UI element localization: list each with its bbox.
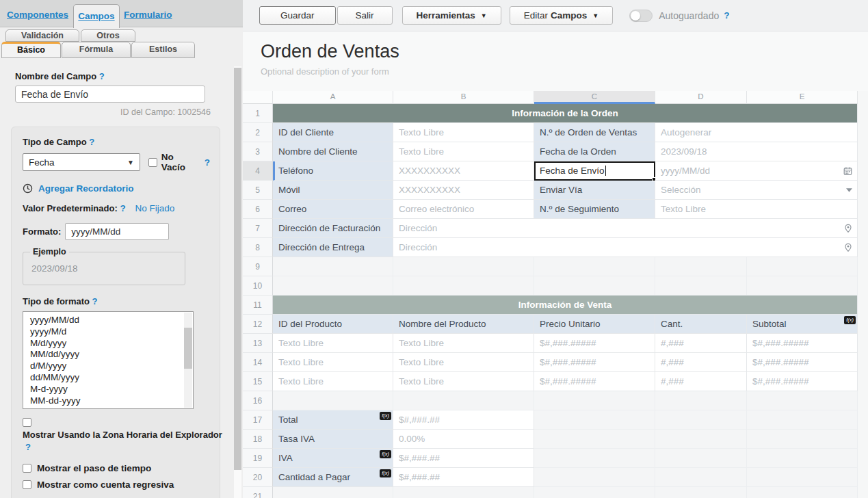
timezone-checkbox[interactable] xyxy=(23,418,31,427)
cell-B20[interactable]: $#,###.## xyxy=(393,468,534,487)
listbox-scrollbar-thumb[interactable] xyxy=(184,328,192,369)
time-passed-checkbox[interactable] xyxy=(23,464,31,473)
cell-A10[interactable] xyxy=(273,276,393,296)
row-header-7[interactable]: 7 xyxy=(243,219,273,238)
cell-B10[interactable] xyxy=(393,276,534,296)
formula-icon[interactable]: f(x) xyxy=(844,316,856,324)
cell-C13[interactable]: $#,###.##### xyxy=(534,334,655,353)
row-header-17[interactable]: 17 xyxy=(243,410,273,430)
form-description[interactable]: Optional description of your form xyxy=(261,66,868,77)
formula-icon[interactable]: f(x) xyxy=(380,469,391,477)
row-header-11[interactable]: 11 xyxy=(243,296,273,315)
not-empty-checkbox[interactable] xyxy=(148,158,157,167)
cell-C19[interactable] xyxy=(534,449,655,468)
format-option[interactable]: M/d/yyyy xyxy=(23,338,183,350)
cell-B6[interactable]: Correo electrónico xyxy=(393,200,534,219)
subtab-estilos[interactable]: Estilos xyxy=(131,42,195,58)
cell-A9[interactable] xyxy=(273,257,393,276)
tab-componentes[interactable]: Componentes xyxy=(7,10,68,20)
pin-icon[interactable] xyxy=(844,224,852,233)
cell-A12[interactable]: ID del Producto xyxy=(273,315,393,334)
row-header-16[interactable]: 16 xyxy=(243,391,273,410)
cell-D10[interactable] xyxy=(655,276,747,296)
row-header-2[interactable]: 2 xyxy=(243,123,273,142)
format-option[interactable]: d/M/yyyy xyxy=(23,361,183,372)
tab-formulario[interactable]: Formulario xyxy=(124,10,172,20)
col-header-E[interactable]: E xyxy=(747,91,858,104)
cell-A2[interactable]: ID del Cliente xyxy=(273,123,393,142)
cell-C12[interactable]: Precio Unitario xyxy=(534,315,655,334)
row-header-4[interactable]: 4 xyxy=(243,161,273,181)
cell-C4[interactable]: Fecha de Envío xyxy=(534,161,655,181)
cell-A16[interactable] xyxy=(273,391,393,410)
cell-B7[interactable]: Dirección xyxy=(393,219,858,238)
cell-D5[interactable]: Selección xyxy=(655,181,858,200)
listbox-scrollbar[interactable] xyxy=(184,313,192,408)
field-type-select[interactable]: Fecha ▼ xyxy=(23,153,140,171)
col-header-D[interactable]: D xyxy=(655,91,747,104)
cell-B15[interactable]: Texto Libre xyxy=(393,372,534,391)
cell-E19[interactable] xyxy=(747,449,858,468)
subtab-otros[interactable]: Otros xyxy=(81,29,135,42)
cell-A11[interactable]: Información de Venta xyxy=(273,296,858,315)
row-header-1[interactable]: 1 xyxy=(243,104,273,123)
cell-C5[interactable]: Enviar Vía xyxy=(534,181,655,200)
cell-E21[interactable] xyxy=(747,487,858,498)
cell-B19[interactable]: $#,###.## xyxy=(393,449,534,468)
help-icon[interactable]: ? xyxy=(89,137,94,147)
cell-D6[interactable]: Texto Libre xyxy=(655,200,858,219)
panel-scrollbar-thumb[interactable] xyxy=(234,68,241,470)
cell-A17[interactable]: Totalf(x) xyxy=(273,410,393,430)
exit-button[interactable]: Salir xyxy=(337,6,393,25)
cell-C3[interactable]: Fecha de la Orden xyxy=(534,142,655,161)
row-header-18[interactable]: 18 xyxy=(243,430,273,449)
cell-C20[interactable] xyxy=(534,468,655,487)
cell-E12[interactable]: Subtotalf(x) xyxy=(747,315,858,334)
cell-B14[interactable]: Texto Libre xyxy=(393,353,534,372)
fill-handle[interactable] xyxy=(652,177,656,181)
row-header-3[interactable]: 3 xyxy=(243,142,273,161)
help-icon[interactable]: ? xyxy=(25,442,31,452)
cell-D14[interactable]: #,### xyxy=(655,353,747,372)
cell-A20[interactable]: Cantidad a Pagarf(x) xyxy=(273,468,393,487)
cell-C15[interactable]: $#,###.##### xyxy=(534,372,655,391)
field-name-input[interactable] xyxy=(15,86,205,103)
help-icon[interactable]: ? xyxy=(120,203,125,213)
format-input[interactable] xyxy=(65,223,169,240)
cell-E15[interactable]: $#,###.##### xyxy=(747,372,858,391)
help-icon[interactable]: ? xyxy=(99,71,105,81)
save-button[interactable]: Guardar xyxy=(259,6,336,25)
format-option[interactable]: yyyy/M/d xyxy=(23,326,183,338)
cell-D20[interactable] xyxy=(655,468,747,487)
cell-D19[interactable] xyxy=(655,449,747,468)
cell-D2[interactable]: Autogenerar xyxy=(655,123,858,142)
row-header-14[interactable]: 14 xyxy=(243,353,273,372)
cell-C18[interactable] xyxy=(534,430,655,449)
format-option[interactable]: yyyy/MM/dd xyxy=(23,315,183,326)
cell-D18[interactable] xyxy=(655,430,747,449)
help-icon[interactable]: ? xyxy=(92,296,98,306)
form-title[interactable]: Orden de Ventas xyxy=(261,41,868,62)
cell-A15[interactable]: Texto Libre xyxy=(273,372,393,391)
cell-C2[interactable]: N.º de Orden de Ventas xyxy=(534,123,655,142)
format-option[interactable]: dd/MM/yyyy xyxy=(23,372,183,384)
format-option[interactable]: MM/dd/yyyy xyxy=(23,349,183,361)
calendar-icon[interactable] xyxy=(843,166,852,175)
cell-E17[interactable] xyxy=(747,410,858,430)
tools-dropdown-button[interactable]: Herramientas ▼ xyxy=(402,6,501,25)
cell-A8[interactable]: Dirección de Entrega xyxy=(273,238,393,257)
cell-B17[interactable]: $#,###.## xyxy=(393,410,534,430)
cell-A5[interactable]: Móvil xyxy=(273,181,393,200)
cell-E18[interactable] xyxy=(747,430,858,449)
cell-C21[interactable] xyxy=(534,487,655,498)
cell-E16[interactable] xyxy=(747,391,858,410)
cell-B12[interactable]: Nombre del Producto xyxy=(393,315,534,334)
row-header-12[interactable]: 12 xyxy=(243,315,273,334)
format-type-listbox[interactable]: yyyy/MM/ddyyyy/M/dM/d/yyyyMM/dd/yyyyd/M/… xyxy=(23,311,194,409)
row-header-6[interactable]: 6 xyxy=(243,200,273,219)
cell-B3[interactable]: Texto Libre xyxy=(393,142,534,161)
formula-icon[interactable]: f(x) xyxy=(380,450,391,458)
help-icon[interactable]: ? xyxy=(205,157,210,168)
cell-E14[interactable]: $#,###.##### xyxy=(747,353,858,372)
cell-B13[interactable]: Texto Libre xyxy=(393,334,534,353)
